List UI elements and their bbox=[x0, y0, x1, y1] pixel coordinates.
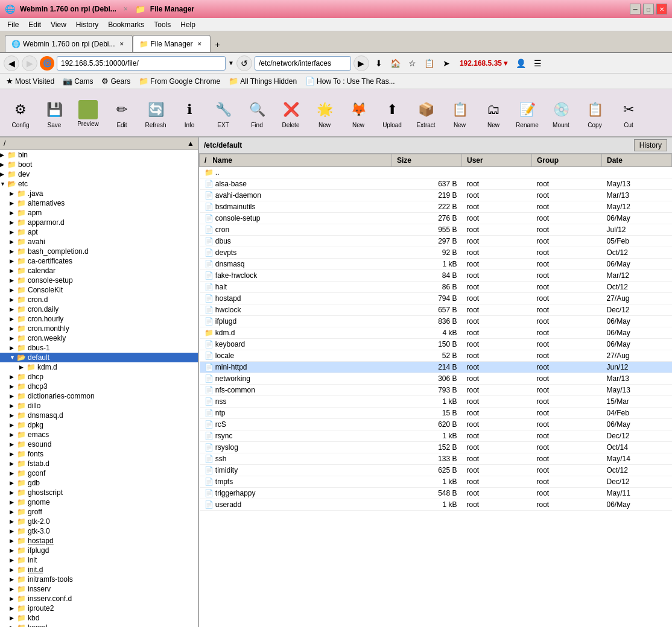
tree-scrollbar-up[interactable]: ▲ bbox=[187, 139, 194, 148]
tree-item[interactable]: ▶📁apt bbox=[0, 227, 198, 237]
url-input[interactable] bbox=[57, 56, 226, 71]
tree-item[interactable]: ▶📁dnsmasq.d bbox=[0, 411, 198, 420]
toolbar-extract[interactable]: 📦 Extract bbox=[410, 92, 442, 135]
ip-display[interactable]: 192.168.5.35 ▾ bbox=[456, 59, 511, 68]
toolbar-upload[interactable]: ⬆ Upload bbox=[376, 92, 408, 135]
tree-item[interactable]: ▶📁iproute2 bbox=[0, 603, 198, 613]
minimize-button[interactable]: ─ bbox=[630, 4, 641, 14]
toolbar-new-dir[interactable]: 🦊 New bbox=[343, 92, 374, 135]
tree-item[interactable]: ▶📁kbd bbox=[0, 613, 198, 623]
toolbar-delete[interactable]: ❌ Delete bbox=[275, 92, 306, 135]
col-header-group[interactable]: Group bbox=[532, 154, 602, 167]
bookmark-star-icon[interactable]: ☆ bbox=[405, 56, 420, 71]
table-row[interactable]: 📄 rsync 1 kB root root Dec/12 bbox=[200, 430, 672, 442]
table-row[interactable]: 📄 cron 955 B root root Jul/12 bbox=[200, 224, 672, 236]
table-row[interactable]: 📄 nfs-common 793 B root root May/13 bbox=[200, 385, 672, 396]
tree-item[interactable]: ▶📁dillo bbox=[0, 401, 198, 411]
profile-icon[interactable]: 👤 bbox=[513, 56, 528, 71]
tree-item[interactable]: ▼📂etc bbox=[0, 179, 198, 189]
toolbar-info[interactable]: ℹ Info bbox=[174, 92, 205, 135]
tree-item[interactable]: ▶📁calendar bbox=[0, 266, 198, 276]
search-go-button[interactable]: ▶ bbox=[353, 55, 369, 71]
table-row[interactable]: 📄 tmpfs 1 kB root root Dec/12 bbox=[200, 476, 672, 488]
col-header-size[interactable]: Size bbox=[392, 154, 462, 167]
toolbar-new3[interactable]: 🗂 New bbox=[478, 92, 509, 135]
tree-item[interactable]: ▶📁apparmor.d bbox=[0, 218, 198, 227]
tree-item[interactable]: ▶📁cron.daily bbox=[0, 304, 198, 314]
menu-history[interactable]: History bbox=[71, 19, 103, 30]
table-row[interactable]: 📄 dbus 297 B root root 05/Feb bbox=[200, 236, 672, 247]
table-row[interactable]: 📄 nss 1 kB root root 15/Mar bbox=[200, 396, 672, 408]
table-row[interactable]: 📄 devpts 92 B root root Oct/12 bbox=[200, 247, 672, 259]
menu-bookmarks[interactable]: Bookmarks bbox=[103, 19, 149, 30]
toolbar-preview[interactable]: Preview bbox=[72, 92, 104, 135]
tree-item[interactable]: ▶📁.java bbox=[0, 189, 198, 198]
maximize-button[interactable]: □ bbox=[643, 4, 654, 14]
tree-item[interactable]: ▶📁ghostscript bbox=[0, 488, 198, 497]
toolbar-new2[interactable]: 📋 New bbox=[444, 92, 475, 135]
bookmark-most-visited[interactable]: ★ Most Visited bbox=[4, 76, 57, 86]
table-row[interactable]: 📁 kdm.d 4 kB root root 06/May bbox=[200, 327, 672, 339]
toolbar-cut[interactable]: ✂ Cut bbox=[613, 92, 644, 135]
reading-list-icon[interactable]: 📋 bbox=[422, 56, 437, 71]
menu-view[interactable]: View bbox=[46, 19, 71, 30]
tree-item[interactable]: ▶📁ifplugd bbox=[0, 546, 198, 555]
table-row[interactable]: 📄 rsyslog 152 B root root Oct/14 bbox=[200, 442, 672, 453]
tree-item[interactable]: ▶📁gtk-2.0 bbox=[0, 517, 198, 526]
tree-item[interactable]: ▶📁apm bbox=[0, 208, 198, 218]
search-input[interactable] bbox=[255, 56, 351, 71]
toolbar-save[interactable]: 💾 Save bbox=[39, 92, 70, 135]
table-row[interactable]: 📄 ntp 15 B root root 04/Feb bbox=[200, 408, 672, 419]
share-icon[interactable]: ➤ bbox=[439, 56, 454, 71]
tree-item[interactable]: ▶📁console-setup bbox=[0, 276, 198, 285]
table-row[interactable]: 📄 avahi-daemon 219 B root root Mar/13 bbox=[200, 190, 672, 201]
bookmark-all-things[interactable]: 📁 All Things Hidden bbox=[226, 76, 299, 86]
tree-item[interactable]: ▶📁bin bbox=[0, 150, 198, 160]
table-row[interactable]: 📄 rcS 620 B root root 06/May bbox=[200, 419, 672, 430]
tree-item[interactable]: ▶📁kernel bbox=[0, 623, 198, 627]
table-row[interactable]: 📄 console-setup 276 B root root 06/May bbox=[200, 213, 672, 224]
toolbar-new-file[interactable]: 🌟 New bbox=[309, 92, 340, 135]
tree-item[interactable]: ▶📁emacs bbox=[0, 430, 198, 440]
table-row[interactable]: 📄 halt 86 B root root Oct/12 bbox=[200, 282, 672, 293]
toolbar-config[interactable]: ⚙ Config bbox=[5, 92, 36, 135]
tree-item[interactable]: ▶📁init.d bbox=[0, 565, 198, 575]
tree-item[interactable]: ▶📁fstab.d bbox=[0, 459, 198, 468]
col-header-date[interactable]: Date bbox=[602, 154, 672, 167]
table-row[interactable]: 📄 hostapd 794 B root root 27/Aug bbox=[200, 293, 672, 304]
tree-item[interactable]: ▶📁kdm.d bbox=[0, 362, 198, 372]
bookmark-gears[interactable]: ⚙ Gears bbox=[99, 76, 133, 86]
table-row[interactable]: 📄 keyboard 150 B root root 06/May bbox=[200, 339, 672, 350]
table-row[interactable]: 📄 locale 52 B root root 27/Aug bbox=[200, 350, 672, 362]
tree-item[interactable]: ▶📁cron.d bbox=[0, 295, 198, 304]
tree-item[interactable]: ▶📁ca-certificates bbox=[0, 256, 198, 266]
tree-item[interactable]: ▶📁alternatives bbox=[0, 198, 198, 208]
tree-item[interactable]: ▶📁dhcp3 bbox=[0, 382, 198, 391]
history-button[interactable]: History bbox=[634, 139, 667, 151]
table-row[interactable]: 📄 alsa-base 637 B root root May/13 bbox=[200, 178, 672, 190]
menu-file[interactable]: File bbox=[2, 19, 24, 30]
toolbar-copy[interactable]: 📋 Copy bbox=[579, 92, 610, 135]
tree-item[interactable]: ▶📁cron.monthly bbox=[0, 324, 198, 333]
table-row[interactable]: 📄 hwclock 657 B root root Dec/12 bbox=[200, 304, 672, 316]
tree-item[interactable]: ▶📁hostapd bbox=[0, 536, 198, 546]
tab-filemanager-close[interactable]: ✕ bbox=[195, 40, 204, 48]
col-header-user[interactable]: User bbox=[462, 154, 532, 167]
tree-item[interactable]: ▶📁gnome bbox=[0, 497, 198, 507]
toolbar-ext[interactable]: 🔧 EXT bbox=[208, 92, 239, 135]
tree-item[interactable]: ▶📁groff bbox=[0, 507, 198, 517]
table-row[interactable]: 📄 networking 306 B root root Mar/13 bbox=[200, 373, 672, 385]
tab-webmin[interactable]: 🌐 Webmin 1.760 on rpi (Debi... ✕ bbox=[5, 35, 133, 52]
menu-help[interactable]: Help bbox=[176, 19, 200, 30]
tree-item[interactable]: ▶📁ConsoleKit bbox=[0, 285, 198, 295]
tree-item[interactable]: ▶📁gconf bbox=[0, 468, 198, 478]
tab-filemanager[interactable]: 📁 File Manager ✕ bbox=[133, 35, 211, 52]
tree-item[interactable]: ▶📁dpkg bbox=[0, 420, 198, 430]
table-row[interactable]: 📄 useradd 1 kB root root 06/May bbox=[200, 499, 672, 511]
toolbar-find[interactable]: 🔍 Find bbox=[241, 92, 273, 135]
tree-item[interactable]: ▶📁initramfs-tools bbox=[0, 575, 198, 584]
col-header-name[interactable]: / Name bbox=[200, 154, 392, 167]
tree-item[interactable]: ▶📁init bbox=[0, 555, 198, 565]
tab-webmin-close[interactable]: ✕ bbox=[118, 40, 126, 48]
toolbar-rename[interactable]: 📝 Rename bbox=[512, 92, 543, 135]
